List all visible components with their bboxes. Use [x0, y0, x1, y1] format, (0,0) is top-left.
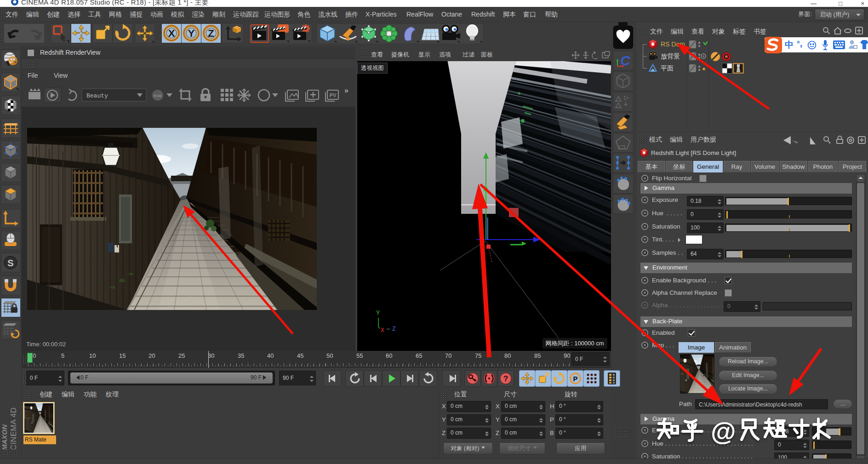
svg-text:Z: Z [208, 28, 214, 39]
svg-text:Z: Z [392, 326, 396, 332]
svg-text:Y: Y [188, 28, 195, 39]
svg-text:@: @ [711, 417, 736, 446]
svg-text:?: ? [503, 374, 508, 383]
svg-text:X: X [168, 28, 175, 39]
svg-text:RGB: RGB [154, 94, 162, 98]
svg-text:X: X [381, 327, 384, 334]
svg-text:Y: Y [376, 309, 380, 317]
svg-text:网格间距 : 100000 cm: 网格间距 : 100000 cm [545, 340, 604, 347]
svg-text:Beauty: Beauty [86, 92, 108, 99]
svg-text:P: P [573, 375, 577, 383]
svg-text:S: S [7, 258, 13, 268]
svg-text:—: — [386, 326, 390, 332]
svg-text:C: C [620, 53, 631, 68]
svg-text:PV: PV [330, 92, 337, 98]
